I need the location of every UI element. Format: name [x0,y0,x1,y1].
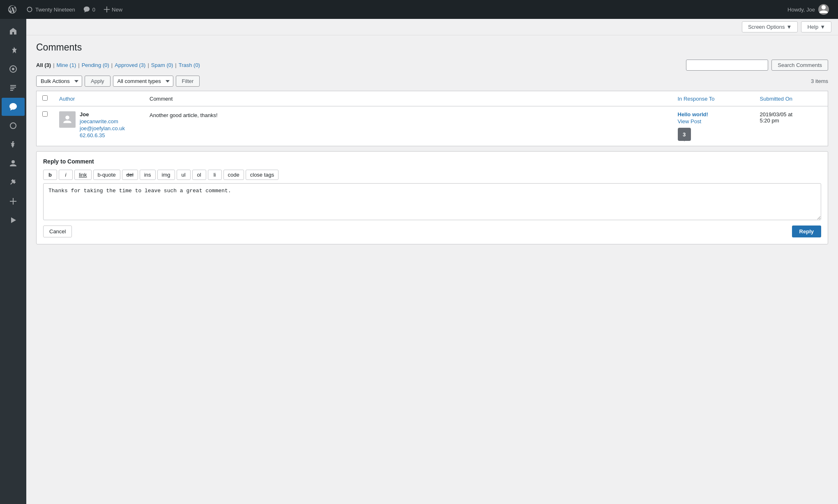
response-cell: Hello world! View Post 3 [672,106,754,146]
filter-pending[interactable]: Pending (0) [82,62,109,68]
help-label: Help [807,24,818,30]
admin-bar-new[interactable]: New [99,0,127,19]
filter-approved[interactable]: Approved (3) [115,62,145,68]
submitted-cell: 2019/03/05 at5:20 pm [754,106,828,146]
wp-logo[interactable] [5,2,20,17]
col-submitted-header[interactable]: Submitted On [754,91,828,106]
help-button[interactable]: Help ▼ [801,21,831,32]
search-row: Search Comments [686,60,828,71]
author-name: Joe [80,111,125,117]
reply-title: Reply to Comment [43,158,821,165]
admin-bar-site[interactable]: Twenty Nineteen [22,0,79,19]
user-avatar [818,4,829,15]
toolbar-bold[interactable]: b [43,170,57,180]
author-avatar [59,111,76,128]
author-cell: Joe joecanwrite.com joe@joefylan.co.uk 6… [53,106,144,146]
sidebar-item-users[interactable] [2,154,25,173]
item-count: 3 items [811,78,828,84]
screen-options-button[interactable]: Screen Options ▼ [742,21,798,32]
author-email[interactable]: joe@joefylan.co.uk [80,125,125,131]
row-checkbox-cell [37,106,54,146]
admin-bar: Twenty Nineteen 0 New Howdy, Joe [0,0,838,19]
sidebar-item-play[interactable] [2,211,25,229]
toolbar-li[interactable]: li [208,170,222,180]
col-author-header[interactable]: Author [53,91,144,106]
search-comments-button[interactable]: Search Comments [771,60,828,71]
content-area: Screen Options ▼ Help ▼ Comments All (3)… [26,19,838,504]
toolbar-code[interactable]: code [223,170,244,180]
filter-mine[interactable]: Mine (1) [57,62,76,68]
toolbar-del[interactable]: del [122,170,138,180]
editor-toolbar: b i link b-quote del ins [43,170,821,180]
comment-text: Another good article, thanks! [150,112,218,118]
toolbar-link[interactable]: link [74,170,92,180]
filter-trash[interactable]: Trash (0) [179,62,200,68]
screen-options-chevron: ▼ [787,24,792,30]
col-response-header[interactable]: In Response To [672,91,754,106]
check-all-checkbox[interactable] [42,95,48,101]
filter-spam[interactable]: Spam (0) [151,62,173,68]
screen-options-label: Screen Options [748,24,785,30]
toolbar-ul[interactable]: ul [177,170,191,180]
comments-table: Author Comment In Response To Submitted … [36,91,828,146]
reply-button[interactable]: Reply [792,226,821,237]
filter-links: All (3) | Mine (1) | Pending (0) | [36,62,200,68]
comment-cell: Another good article, thanks! [144,106,672,146]
reply-section: Reply to Comment b i link b-quote [36,151,828,244]
reply-actions: Cancel Reply [43,226,821,237]
table-row: Joe joecanwrite.com joe@joefylan.co.uk 6… [37,106,828,146]
sidebar-item-add[interactable] [2,192,25,210]
comment-count-badge[interactable]: 3 [678,128,691,141]
comment-types-select[interactable]: All comment types [113,76,173,87]
toolbar-italic[interactable]: i [59,170,73,180]
sidebar-item-appearance[interactable] [2,117,25,135]
bulk-actions-select[interactable]: Bulk Actions [36,76,82,87]
toolbar-ins[interactable]: ins [140,170,156,180]
search-input[interactable] [686,60,768,71]
help-chevron: ▼ [820,24,825,30]
sidebar-item-customizer[interactable] [2,60,25,78]
sidebar-item-comments[interactable] [2,98,25,116]
filter-row: All (3) | Mine (1) | Pending (0) | [36,60,828,71]
sidebar-item-posts[interactable] [2,79,25,97]
bulk-action-bar: Bulk Actions Apply All comment types Fil… [36,76,828,87]
filter-all[interactable]: All (3) [36,62,51,68]
page-title: Comments [36,42,828,53]
view-post-link[interactable]: View Post [678,118,748,124]
admin-bar-comments[interactable]: 0 [79,0,99,19]
sidebar-item-tools[interactable] [2,173,25,191]
howdy-text: Howdy, Joe [787,7,815,13]
top-bar: Screen Options ▼ Help ▼ [26,19,838,35]
reply-textarea[interactable]: Thanks for taking the time to leave such… [43,183,821,220]
sidebar-item-pin[interactable] [2,41,25,59]
response-post-link[interactable]: Hello world! [678,111,748,117]
new-label: New [112,7,122,13]
table-header-row: Author Comment In Response To Submitted … [37,91,828,106]
filter-button[interactable]: Filter [176,76,200,87]
col-check-all [37,91,54,106]
cancel-button[interactable]: Cancel [43,226,72,237]
main-layout: Screen Options ▼ Help ▼ Comments All (3)… [0,19,838,504]
toolbar-img[interactable]: img [157,170,175,180]
submitted-date: 2019/03/05 at5:20 pm [760,111,793,124]
apply-button[interactable]: Apply [85,76,111,87]
comments-count: 0 [92,7,95,13]
admin-bar-user[interactable]: Howdy, Joe [783,4,833,15]
sidebar [0,19,26,504]
page-content: Comments All (3) | Mine (1) | Pending [26,35,838,504]
svg-point-1 [12,68,14,70]
col-comment-header: Comment [144,91,672,106]
author-website[interactable]: joecanwrite.com [80,118,125,124]
row-checkbox[interactable] [42,111,48,117]
toolbar-ol[interactable]: ol [192,170,206,180]
toolbar-bquote[interactable]: b-quote [93,170,120,180]
toolbar-close-tags[interactable]: close tags [246,170,279,180]
site-name: Twenty Nineteen [35,7,75,13]
author-ip[interactable]: 62.60.6.35 [80,132,125,138]
sidebar-item-plugins[interactable] [2,136,25,154]
author-info: Joe joecanwrite.com joe@joefylan.co.uk 6… [80,111,125,138]
sidebar-item-dashboard[interactable] [2,22,25,40]
